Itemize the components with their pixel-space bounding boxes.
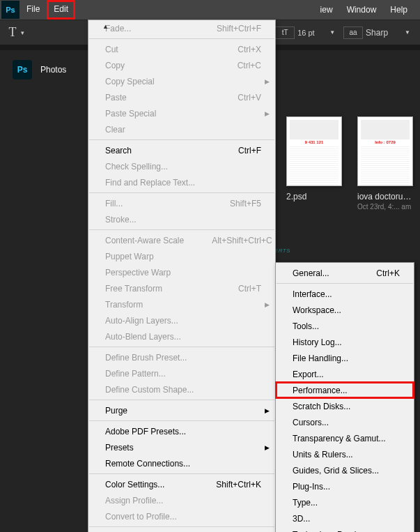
menu-shortcut: Shift+F5: [230, 199, 261, 208]
pref-menu-item[interactable]: Tools...: [276, 318, 414, 334]
edit-menu: ▲ Fade...Shift+Ctrl+FCutCtrl+XCopyCtrl+C…: [88, 20, 276, 532]
submenu-arrow-icon: ▶: [265, 78, 270, 85]
menu-item-label: Performance...: [293, 386, 400, 395]
pref-menu-item[interactable]: Export...: [276, 366, 414, 382]
menu-shortcut: Alt+Shift+Ctrl+C: [212, 236, 272, 245]
font-size-field[interactable]: tT ▼: [275, 26, 339, 39]
submenu-arrow-icon: ▶: [265, 444, 270, 451]
pref-menu-item[interactable]: Plug-Ins...: [276, 478, 414, 494]
pref-menu-item[interactable]: Transparency & Gamut...: [276, 430, 414, 446]
menu-item-label: Plug-Ins...: [293, 482, 400, 492]
thumbnail-preview: Info : 0729: [357, 116, 413, 186]
menu-item-label: Transparency & Gamut...: [293, 434, 414, 443]
menu-item-label: Type...: [293, 498, 400, 508]
menu-item-label: Units & Rulers...: [293, 450, 400, 459]
pref-menu-item[interactable]: Scratch Disks...: [276, 398, 414, 414]
menu-edit[interactable]: Edit: [47, 0, 75, 20]
menu-item-label: Cursors...: [293, 418, 400, 427]
menu-item-label: Copy Special: [105, 77, 261, 86]
menu-item-label: Interface...: [293, 289, 400, 299]
menu-view-partial[interactable]: iew: [313, 1, 340, 19]
pref-menu-item[interactable]: History Log...: [276, 334, 414, 350]
edit-menu-item: CopyCtrl+C: [88, 57, 275, 73]
pref-menu-item[interactable]: Cursors...: [276, 414, 414, 430]
thumbnail-preview: 9 431 121: [286, 116, 342, 186]
edit-menu-item: Define Custom Shape...: [88, 381, 275, 397]
menu-item-label: Remote Connections...: [105, 459, 261, 469]
menu-window[interactable]: Window: [340, 1, 384, 19]
menu-scroll-up-icon[interactable]: ▲: [102, 23, 109, 30]
menu-item-label: Transform: [105, 300, 261, 310]
edit-menu-item[interactable]: Adobe PDF Presets...: [88, 423, 275, 439]
pref-menu-item[interactable]: Performance...: [276, 382, 414, 398]
pref-menu-item[interactable]: Units & Rulers...: [276, 446, 414, 462]
menu-shortcut: Ctrl+X: [238, 45, 261, 54]
preferences-submenu: General...Ctrl+KInterface...Workspace...…: [275, 262, 414, 532]
menu-item-label: Search: [105, 146, 238, 155]
menu-file[interactable]: File: [20, 0, 47, 20]
recent-thumbs: 9 431 121 2.psd Info : 0729 iova doctoru…: [286, 116, 413, 211]
edit-menu-item: Auto-Blend Layers...: [88, 328, 275, 344]
thumb-date: Oct 23rd, 4:... am: [357, 203, 413, 211]
pref-menu-item[interactable]: General...Ctrl+K: [276, 265, 414, 281]
pref-menu-item[interactable]: Workspace...: [276, 302, 414, 318]
menu-item-label: Check Spelling...: [105, 162, 261, 172]
edit-menu-item: Content-Aware ScaleAlt+Shift+Ctrl+C: [88, 232, 275, 248]
menu-item-label: File Handling...: [293, 354, 400, 363]
pref-menu-item[interactable]: Interface...: [276, 286, 414, 302]
submenu-arrow-icon: ▶: [265, 110, 270, 117]
pref-menu-item[interactable]: Guides, Grid & Slices...: [276, 462, 414, 478]
recent-item[interactable]: 9 431 121 2.psd: [286, 116, 342, 211]
menu-item-label: Clear: [105, 125, 261, 135]
pref-menu-item[interactable]: File Handling...: [276, 350, 414, 366]
menu-help[interactable]: Help: [383, 1, 414, 19]
pref-menu-item[interactable]: Technology Previews...: [276, 526, 414, 532]
menu-item-label: Assign Profile...: [105, 496, 261, 506]
edit-menu-item: Stroke...: [88, 211, 275, 227]
menu-shortcut: Ctrl+C: [238, 61, 261, 70]
font-size-input[interactable]: [297, 29, 325, 37]
recent-item[interactable]: Info : 0729 iova doctoru v2. Oct 23rd, 4…: [357, 116, 413, 211]
menu-item-label: Puppet Warp: [105, 252, 261, 261]
chevron-down-icon[interactable]: ▼: [325, 29, 339, 36]
edit-menu-item: Paste Special▶: [88, 105, 275, 121]
edit-menu-item: Auto-Align Layers...: [88, 312, 275, 328]
edit-menu-item: Free TransformCtrl+T: [88, 280, 275, 296]
antialias-field[interactable]: aa Sharp ▼: [343, 26, 414, 39]
edit-menu-item[interactable]: Presets▶: [88, 439, 275, 455]
app-mini-icon: Ps: [13, 60, 32, 79]
menu-item-label: Content-Aware Scale: [105, 236, 212, 245]
menu-shortcut: Shift+Ctrl+K: [216, 480, 261, 489]
menu-item-label: Fill...: [105, 199, 230, 208]
pref-menu-item[interactable]: Type...: [276, 494, 414, 510]
antialias-value: Sharp: [366, 28, 400, 38]
menu-item-label: Cut: [105, 45, 238, 54]
pref-menu-item[interactable]: 3D...: [276, 510, 414, 526]
app-title-text: Photos: [40, 65, 66, 75]
edit-menu-item: Puppet Warp: [88, 248, 275, 264]
edit-menu-item[interactable]: SearchCtrl+F: [88, 142, 275, 158]
menu-item-label: Presets: [105, 443, 261, 453]
edit-menu-item[interactable]: Keyboard Shortcuts...Alt+Shift+Ctrl+K: [88, 529, 275, 532]
menu-item-label: Technology Previews...: [293, 530, 406, 533]
menu-item-label: Fade...: [105, 24, 217, 33]
menu-item-label: Scratch Disks...: [293, 402, 400, 411]
edit-menu-item[interactable]: Remote Connections...: [88, 455, 275, 471]
edit-menu-item: Convert to Profile...: [88, 508, 275, 524]
edit-menu-item: Check Spelling...: [88, 158, 275, 174]
edit-menu-item: Find and Replace Text...: [88, 174, 275, 190]
menu-item-label: Color Settings...: [105, 480, 216, 489]
menubar: File Edit: [20, 0, 75, 20]
menu-item-label: Free Transform: [105, 284, 238, 294]
menu-shortcut: Shift+Ctrl+F: [217, 24, 261, 33]
edit-menu-item[interactable]: Color Settings...Shift+Ctrl+K: [88, 476, 275, 492]
chevron-down-icon[interactable]: ▼: [400, 29, 414, 36]
menu-item-label: 3D...: [293, 514, 400, 524]
submenu-arrow-icon: ▶: [265, 407, 270, 414]
edit-menu-item: Clear: [88, 121, 275, 137]
edit-menu-item: CutCtrl+X: [88, 41, 275, 57]
edit-menu-item[interactable]: Purge▶: [88, 402, 275, 418]
menu-item-label: Purge: [105, 406, 261, 416]
menu-item-label: Export...: [293, 370, 400, 379]
tool-chevron-icon[interactable]: ▾: [21, 29, 24, 36]
